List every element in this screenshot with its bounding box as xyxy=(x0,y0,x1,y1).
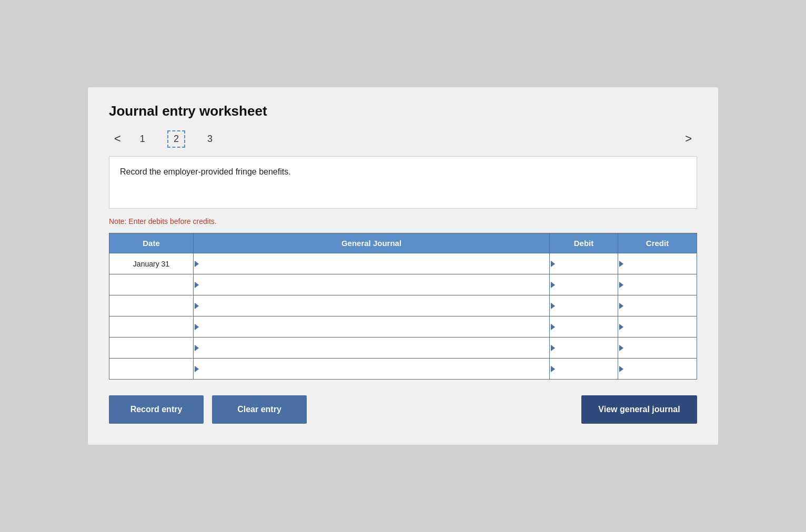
credit-cell-4[interactable] xyxy=(618,337,697,359)
next-arrow[interactable]: > xyxy=(680,130,697,148)
debit-input-5[interactable] xyxy=(550,359,618,379)
credit-input-3[interactable] xyxy=(618,316,697,337)
triangle-icon xyxy=(195,345,199,351)
table-row xyxy=(109,274,697,295)
table-header-row: Date General Journal Debit Credit xyxy=(109,233,697,253)
header-credit: Credit xyxy=(618,233,697,253)
page-1[interactable]: 1 xyxy=(135,131,150,147)
triangle-icon xyxy=(195,324,199,330)
debit-input-2[interactable] xyxy=(550,295,618,316)
credit-input-2[interactable] xyxy=(618,295,697,316)
journal-cell-0[interactable] xyxy=(194,253,550,274)
prev-arrow[interactable]: < xyxy=(109,130,126,148)
debit-cell-1[interactable] xyxy=(550,274,618,295)
journal-table: Date General Journal Debit Credit Januar… xyxy=(109,233,697,380)
credit-cell-3[interactable] xyxy=(618,316,697,337)
triangle-icon xyxy=(619,324,623,330)
clear-entry-button[interactable]: Clear entry xyxy=(212,395,307,424)
date-cell-2 xyxy=(109,295,194,316)
triangle-icon xyxy=(619,282,623,288)
journal-cell-3[interactable] xyxy=(194,316,550,337)
journal-input-3[interactable] xyxy=(194,316,549,337)
journal-input-1[interactable] xyxy=(194,274,549,295)
triangle-icon xyxy=(195,261,199,267)
debit-cell-3[interactable] xyxy=(550,316,618,337)
journal-cell-2[interactable] xyxy=(194,295,550,316)
credit-cell-5[interactable] xyxy=(618,359,697,380)
triangle-icon xyxy=(551,261,555,267)
debit-input-0[interactable] xyxy=(550,253,618,274)
credit-input-1[interactable] xyxy=(618,274,697,295)
buttons-row: Record entry Clear entry View general jo… xyxy=(109,395,697,424)
debit-cell-5[interactable] xyxy=(550,359,618,380)
table-row: January 31 xyxy=(109,253,697,274)
triangle-icon xyxy=(195,366,199,372)
credit-input-0[interactable] xyxy=(618,253,697,274)
triangle-icon xyxy=(195,282,199,288)
triangle-icon xyxy=(619,366,623,372)
table-row xyxy=(109,295,697,316)
triangle-icon xyxy=(551,303,555,309)
debit-cell-2[interactable] xyxy=(550,295,618,316)
triangle-icon xyxy=(619,261,623,267)
journal-input-5[interactable] xyxy=(194,359,549,379)
journal-cell-5[interactable] xyxy=(194,359,550,380)
view-general-journal-button[interactable]: View general journal xyxy=(581,395,697,424)
credit-input-4[interactable] xyxy=(618,337,697,358)
triangle-icon xyxy=(551,324,555,330)
debit-input-4[interactable] xyxy=(550,337,618,358)
header-debit: Debit xyxy=(550,233,618,253)
credit-cell-2[interactable] xyxy=(618,295,697,316)
credit-input-5[interactable] xyxy=(618,359,697,379)
table-row xyxy=(109,337,697,359)
credit-cell-1[interactable] xyxy=(618,274,697,295)
date-cell-5 xyxy=(109,359,194,380)
debit-cell-0[interactable] xyxy=(550,253,618,274)
record-entry-button[interactable]: Record entry xyxy=(109,395,204,424)
pagination: < 1 2 3 > xyxy=(109,130,697,148)
journal-input-4[interactable] xyxy=(194,337,549,358)
page-2-active[interactable]: 2 xyxy=(167,130,185,148)
triangle-icon xyxy=(619,303,623,309)
triangle-icon xyxy=(551,345,555,351)
debit-input-1[interactable] xyxy=(550,274,618,295)
journal-cell-4[interactable] xyxy=(194,337,550,359)
triangle-icon xyxy=(619,345,623,351)
instruction-text: Record the employer-provided fringe bene… xyxy=(120,167,686,177)
date-cell-0: January 31 xyxy=(109,253,194,274)
triangle-icon xyxy=(551,366,555,372)
date-cell-1 xyxy=(109,274,194,295)
triangle-icon xyxy=(195,303,199,309)
journal-input-2[interactable] xyxy=(194,295,549,316)
table-row xyxy=(109,359,697,380)
header-date: Date xyxy=(109,233,194,253)
worksheet-container: Journal entry worksheet < 1 2 3 > Record… xyxy=(87,87,719,445)
date-cell-4 xyxy=(109,337,194,359)
page-3[interactable]: 3 xyxy=(202,131,218,147)
triangle-icon xyxy=(551,282,555,288)
header-journal: General Journal xyxy=(194,233,550,253)
journal-cell-1[interactable] xyxy=(194,274,550,295)
journal-input-0[interactable] xyxy=(194,253,549,274)
page-title: Journal entry worksheet xyxy=(109,103,697,119)
debit-input-3[interactable] xyxy=(550,316,618,337)
debit-cell-4[interactable] xyxy=(550,337,618,359)
note-text: Note: Enter debits before credits. xyxy=(109,217,697,226)
date-cell-3 xyxy=(109,316,194,337)
credit-cell-0[interactable] xyxy=(618,253,697,274)
table-row xyxy=(109,316,697,337)
instruction-box: Record the employer-provided fringe bene… xyxy=(109,156,697,209)
